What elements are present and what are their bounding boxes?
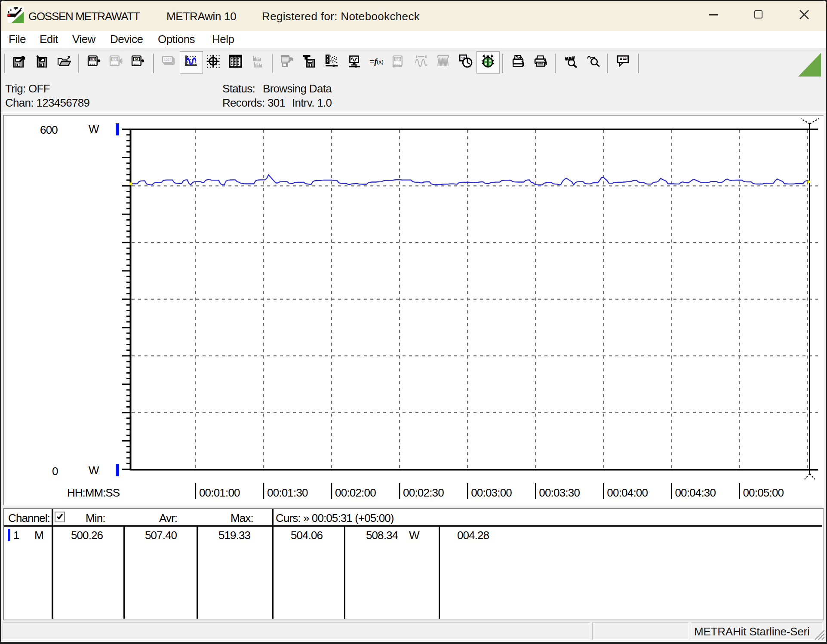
- svg-text:321: 321: [395, 58, 400, 61]
- svg-text:321: 321: [90, 58, 95, 61]
- svg-text:123: 123: [623, 56, 628, 59]
- svg-text:1257: 1257: [163, 58, 171, 61]
- svg-text:(x): (x): [377, 58, 384, 65]
- svg-text:321: 321: [112, 58, 117, 61]
- svg-text:M: M: [135, 58, 138, 61]
